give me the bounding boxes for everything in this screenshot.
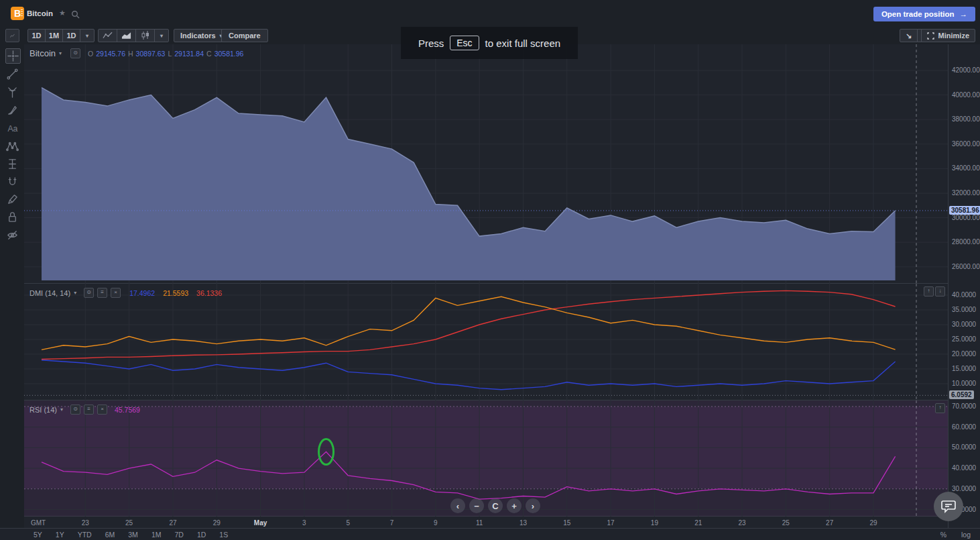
price-legend: Bitcoin ▾ ⊙ O 29145.76 H 30897.63 L 2913… (29, 48, 243, 58)
time-tick: 23 (74, 519, 97, 527)
timezone-label[interactable]: GMT (31, 519, 46, 527)
drawing-toolbar: Aa (0, 27, 24, 540)
range-1s-button[interactable]: 1S (219, 531, 228, 539)
indicator-settings-icon[interactable]: ≡ (97, 288, 107, 298)
indicators-label: Indicators (180, 32, 216, 40)
dmi-pane[interactable]: DMI (14, 14) ▾ ⊙ ≡ × 17.496221.559336.13… (24, 284, 948, 400)
time-tick: 29 (862, 519, 885, 527)
esc-key: Esc (450, 36, 479, 50)
projection-tool[interactable] (5, 157, 19, 171)
crosshair-tool[interactable] (5, 48, 21, 64)
pitchfork-tool[interactable] (5, 85, 19, 99)
dmi-value-adx: 36.1336 (196, 289, 222, 297)
move-pane-up-icon[interactable]: ↑ (935, 403, 945, 413)
time-tick: 11 (468, 519, 491, 527)
eye-off-icon (6, 229, 19, 241)
price-pane[interactable]: Bitcoin ▾ ⊙ O 29145.76 H 30897.63 L 2913… (24, 44, 948, 284)
rsi-legend: RSI (14) ▾ ⊙ ≡ × 45.7569 (29, 404, 140, 415)
interval-1m-button[interactable]: 1M (45, 29, 63, 42)
scroll-left-button[interactable]: ‹ (450, 498, 465, 513)
zoom-out-button[interactable]: − (469, 498, 484, 513)
price-axis-tick: 32000.00 (952, 189, 980, 197)
time-axis[interactable]: GMT 23252729May357911131517192123252729 (24, 517, 948, 529)
line-chart-type-button[interactable] (98, 29, 117, 42)
reset-chart-button[interactable]: C (488, 498, 503, 513)
last-price-label: 30581.96 (949, 206, 980, 215)
range-5y-button[interactable]: 5Y (34, 531, 42, 539)
range-6m-button[interactable]: 6M (105, 531, 115, 539)
brush-tool[interactable] (5, 103, 19, 117)
price-axis-tick: 38000.00 (952, 115, 980, 123)
chevron-down-icon[interactable]: ▾ (60, 407, 63, 413)
price-axis-tick: 36000.00 (952, 140, 980, 148)
candles-chart-type-button[interactable] (135, 29, 155, 42)
pitchfork-icon (6, 86, 19, 99)
hide-indicator-icon[interactable]: ⊙ (70, 404, 80, 415)
range-1d-button[interactable]: 1D (197, 531, 206, 539)
rsi-title[interactable]: RSI (14) (29, 406, 57, 414)
price-scale[interactable]: 42000.0040000.0038000.0036000.0034000.00… (948, 44, 980, 529)
minimize-button[interactable]: Minimize (921, 29, 975, 42)
draw-tool[interactable] (5, 193, 19, 207)
price-chart[interactable] (24, 44, 948, 284)
compare-button[interactable]: Compare (221, 29, 268, 42)
range-1y-button[interactable]: 1Y (56, 531, 64, 539)
range-3m-button[interactable]: 3M (128, 531, 138, 539)
text-tool[interactable]: Aa (5, 121, 19, 136)
price-axis-tick: 26000.00 (952, 263, 980, 270)
chevron-down-icon[interactable]: ▾ (74, 290, 76, 296)
arrow-se-icon[interactable]: ↘ (900, 29, 918, 42)
chart-nav-buttons: ‹−C+› (450, 498, 540, 513)
rsi-axis-tick: 30.0000 (952, 485, 976, 492)
scale-log-toggle[interactable]: log (961, 531, 971, 539)
remove-indicator-icon[interactable]: × (97, 404, 107, 415)
search-icon[interactable] (71, 9, 80, 21)
trading-app: B Bitcoin ★ Open trade position → 1D 1M … (0, 0, 980, 540)
remove-indicator-icon[interactable]: × (111, 288, 121, 298)
dmi-axis-tick: 35.0000 (952, 306, 976, 313)
lock-tool[interactable] (5, 210, 19, 224)
magnet-tool[interactable] (5, 174, 19, 188)
area-chart-type-button[interactable] (117, 29, 136, 42)
legend-symbol[interactable]: Bitcoin (29, 48, 56, 58)
hide-series-icon[interactable]: ⊙ (70, 48, 80, 58)
move-pane-down-icon[interactable]: ↓ (935, 286, 945, 296)
trend-line-tool[interactable] (5, 67, 19, 81)
hint-suffix: to exit full screen (485, 38, 561, 49)
zoom-in-button[interactable]: + (507, 498, 522, 513)
interval-current-button[interactable]: 1D (62, 29, 80, 42)
time-tick: 29 (205, 519, 228, 527)
time-tick: 5 (336, 519, 359, 527)
time-tick: May (249, 519, 272, 527)
interval-dropdown[interactable]: ▾ (80, 29, 95, 42)
dmi-axis-tick: 10.0000 (952, 380, 976, 387)
move-pane-up-icon[interactable]: ↑ (924, 286, 934, 296)
fullscreen-hint-toast: Press Esc to exit full screen (401, 27, 578, 59)
chat-button[interactable] (934, 492, 963, 521)
range-7d-button[interactable]: 7D (174, 531, 183, 539)
scroll-right-button[interactable]: › (526, 498, 540, 513)
range-buttons: 5Y1YYTD6M3M1M7D1D1S (34, 529, 228, 540)
scale-percent-toggle[interactable]: % (940, 531, 946, 539)
ohlc-values: O 29145.76 H 30897.63 L 29131.84 C 30581… (88, 50, 243, 58)
hide-drawings-tool[interactable] (5, 228, 19, 242)
interval-1d-button[interactable]: 1D (27, 29, 46, 42)
indicator-settings-icon[interactable]: ≡ (84, 404, 94, 415)
time-tick: 21 (687, 519, 710, 527)
chart-type-dropdown[interactable]: ▾ (154, 29, 169, 42)
dmi-title[interactable]: DMI (14, 14) (29, 289, 70, 297)
open-value: 29145.76 (96, 50, 125, 58)
chart-panel-icon[interactable] (5, 29, 19, 42)
pattern-tool[interactable] (5, 140, 19, 154)
hide-indicator-icon[interactable]: ⊙ (84, 288, 94, 298)
close-value: 30581.96 (215, 50, 244, 58)
open-trade-button[interactable]: Open trade position → (873, 7, 975, 21)
trend-line-icon (6, 68, 19, 80)
range-1m-button[interactable]: 1M (151, 531, 162, 539)
favorite-star-icon[interactable]: ★ (59, 9, 66, 17)
bitcoin-logo: B (11, 7, 24, 20)
chevron-down-icon[interactable]: ▾ (59, 50, 62, 56)
range-ytd-button[interactable]: YTD (78, 531, 92, 539)
time-tick: 15 (556, 519, 578, 527)
dmi-chart[interactable] (24, 284, 948, 400)
